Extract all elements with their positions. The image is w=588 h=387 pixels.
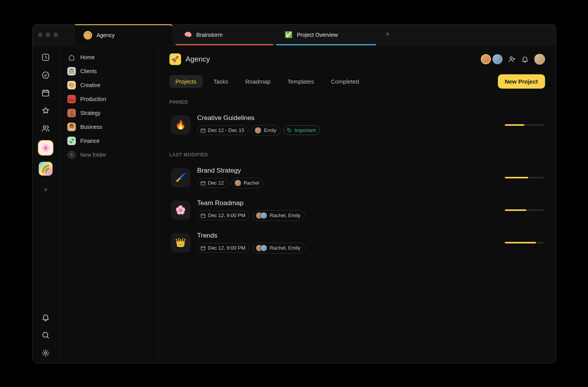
tab-projects[interactable]: Projects: [169, 75, 203, 88]
progress-bar: [505, 209, 544, 211]
add-workspace-button[interactable]: [39, 183, 53, 197]
check-icon: ✅: [285, 31, 292, 38]
assignee-chip: Rachel: [231, 178, 263, 188]
project-row[interactable]: 🔥 Creative Guidelines Dec 12 - Dec 15 Em…: [169, 109, 545, 141]
calendar-icon[interactable]: [40, 87, 51, 98]
titlebar: 😇 Agency 🧠 Brainstorm ✅ Project Overview: [32, 24, 556, 46]
svg-point-8: [288, 129, 289, 129]
tab-roadmap[interactable]: Roadmap: [239, 75, 277, 88]
tab-completed[interactable]: Completed: [325, 75, 365, 88]
main-content: 🚀 Agency Projects Tasks Roadmap: [159, 46, 556, 363]
svg-point-6: [510, 57, 512, 59]
sidebar-item-creative[interactable]: 🎨 Creative: [63, 78, 154, 92]
page-header: 🚀 Agency: [169, 53, 545, 65]
progress-bar: [505, 124, 544, 126]
new-tab-button[interactable]: [379, 30, 396, 39]
project-icon: 👑: [171, 233, 190, 252]
plus-icon: [67, 151, 76, 159]
brain-icon: 🧠: [184, 31, 192, 38]
workspace-flower[interactable]: 🌸: [39, 141, 53, 155]
bell-icon[interactable]: [521, 55, 529, 63]
project-row[interactable]: 🖌️ Brand Strategy Dec 12 Rachel: [169, 161, 545, 194]
tab-agency[interactable]: 😇 Agency: [75, 24, 173, 45]
sidebar-item-finance[interactable]: 💸 Finance: [63, 134, 154, 148]
bell-icon[interactable]: [40, 312, 51, 323]
avatar-current-user[interactable]: [534, 54, 545, 65]
tab-brainstorm-label: Brainstorm: [197, 32, 223, 38]
project-title: Trends: [197, 232, 498, 240]
svg-rect-7: [201, 128, 205, 132]
sidebar-item-label: Creative: [80, 82, 101, 88]
svg-point-5: [44, 352, 47, 354]
sidebar-item-label: Production: [80, 96, 106, 102]
clock-icon[interactable]: [40, 52, 51, 63]
assignee-chip: Rachel, Emily: [253, 243, 304, 253]
add-user-icon[interactable]: [508, 55, 516, 63]
tab-agency-label: Agency: [97, 32, 115, 38]
date-chip: Dec 12: [197, 178, 228, 188]
content-tabs: Projects Tasks Roadmap Templates Complet…: [169, 74, 545, 89]
progress-bar: [505, 242, 544, 243]
new-project-button[interactable]: New Project: [498, 74, 545, 89]
folder-creative-icon: 🎨: [67, 81, 76, 89]
avatar-user-2[interactable]: [492, 54, 503, 64]
date-chip: Dec 12 - Dec 15: [197, 125, 249, 135]
folder-business-icon: 👩🏽‍💼: [67, 123, 76, 131]
project-row[interactable]: 👑 Trends Dec 12, 9:00 PM Rachel, Emily: [169, 226, 545, 259]
left-rail: 🌸 🌈: [32, 46, 60, 363]
folder-production-icon: 🧰: [67, 95, 76, 103]
folder-strategy-icon: ♟️: [67, 109, 76, 117]
tab-tasks[interactable]: Tasks: [207, 75, 234, 88]
sidebar-item-label: Business: [80, 124, 103, 130]
sidebar-home[interactable]: Home: [63, 50, 154, 64]
sidebar-item-strategy[interactable]: ♟️ Strategy: [63, 106, 154, 120]
sidebar-item-business[interactable]: 👩🏽‍💼 Business: [63, 120, 154, 134]
sidebar-item-label: Clients: [80, 68, 97, 74]
tab-agency-icon: 😇: [84, 31, 92, 39]
window-controls[interactable]: [38, 33, 58, 37]
folder-finance-icon: 💸: [67, 137, 76, 145]
section-pinned: PINNED: [169, 99, 545, 105]
tab-brainstorm[interactable]: 🧠 Brainstorm: [176, 24, 273, 45]
sidebar-item-production[interactable]: 🧰 Production: [63, 92, 154, 106]
project-title: Brand Strategy: [197, 167, 498, 175]
search-icon[interactable]: [40, 330, 51, 341]
project-icon: 🌸: [171, 200, 190, 220]
folder-sidebar: Home 👩🏼 Clients 🎨 Creative 🧰 Production …: [60, 46, 159, 363]
app-window: 😇 Agency 🧠 Brainstorm ✅ Project Overview: [32, 24, 556, 363]
check-circle-icon[interactable]: [40, 70, 51, 80]
date-chip: Dec 12, 9:00 PM: [197, 211, 250, 220]
project-icon: 🖌️: [171, 168, 190, 187]
project-row[interactable]: 🌸 Team Roadmap Dec 12, 9:00 PM Rachel, E…: [169, 194, 545, 226]
page-icon: 🚀: [169, 53, 181, 65]
svg-point-1: [43, 72, 49, 78]
project-icon: 🔥: [171, 115, 190, 135]
star-icon[interactable]: [40, 105, 51, 116]
progress-bar: [505, 177, 544, 178]
workspace-rainbow[interactable]: 🌈: [39, 162, 53, 176]
people-icon[interactable]: [40, 123, 51, 134]
svg-rect-10: [201, 214, 205, 217]
section-last-modified: LAST MODIFIED: [169, 152, 545, 158]
project-title: Team Roadmap: [197, 199, 498, 207]
svg-rect-2: [43, 90, 49, 96]
sidebar-item-clients[interactable]: 👩🏼 Clients: [63, 64, 154, 78]
avatar-user-1[interactable]: [481, 54, 491, 64]
assignee-chip: Rachel, Emily: [253, 210, 304, 221]
tag-chip: Important: [284, 125, 320, 135]
new-folder-button[interactable]: New folder: [63, 148, 154, 162]
tab-templates[interactable]: Templates: [281, 75, 320, 88]
new-folder-label: New folder: [80, 152, 106, 158]
sidebar-home-label: Home: [80, 54, 95, 60]
svg-point-3: [43, 126, 46, 128]
svg-rect-11: [201, 246, 205, 250]
project-title: Creative Guidelines: [197, 114, 498, 122]
folder-clients-icon: 👩🏼: [67, 67, 76, 75]
tab-overview[interactable]: ✅ Project Overview: [276, 24, 376, 45]
tab-overview-label: Project Overview: [297, 32, 338, 38]
gear-icon[interactable]: [40, 348, 51, 358]
sidebar-item-label: Strategy: [80, 110, 101, 116]
date-chip: Dec 12, 9:00 PM: [197, 243, 250, 253]
page-title: Agency: [186, 55, 210, 63]
home-icon: [67, 53, 76, 62]
